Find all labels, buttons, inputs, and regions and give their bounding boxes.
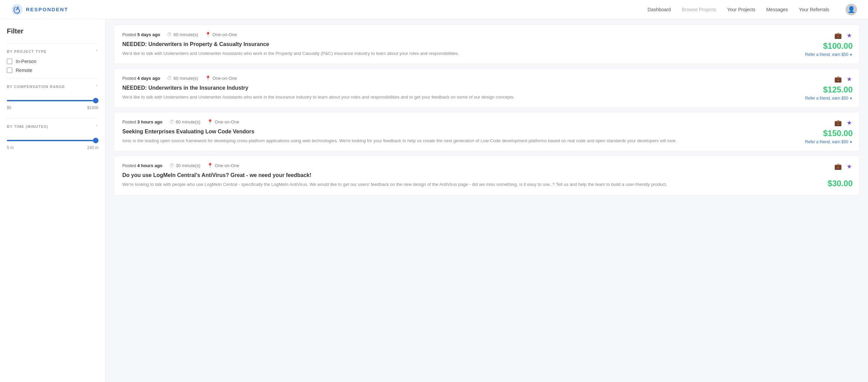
filter-compensation-header: BY COMPENSATION RANGE ⌃ bbox=[7, 84, 98, 89]
card-price: $30.00 bbox=[828, 179, 853, 188]
briefcase-button[interactable]: 💼 bbox=[834, 75, 842, 84]
card-actions: 💼 ★ bbox=[834, 118, 853, 127]
time-min: 5 m bbox=[7, 145, 14, 150]
project-card: Posted 3 hours ago ⏱ 60 minute(s) 📍 One-… bbox=[114, 112, 860, 151]
project-card: Posted 4 days ago ⏱ 60 minute(s) 📍 One-o… bbox=[114, 68, 860, 108]
location-text: One-on-One bbox=[213, 32, 237, 37]
card-price-block: $125.00 Refer a friend, earn $50 ▼ bbox=[805, 85, 853, 101]
duration-text: 60 minute(s) bbox=[173, 76, 198, 81]
card-title: NEEDED: Underwriters in the Insurance In… bbox=[122, 85, 851, 91]
compensation-range-wrapper: $5 $1000 bbox=[7, 94, 98, 113]
location-item: 📍 One-on-One bbox=[205, 32, 237, 37]
nav-dashboard[interactable]: Dashboard bbox=[648, 7, 671, 12]
star-button[interactable]: ★ bbox=[846, 118, 853, 127]
nav-messages[interactable]: Messages bbox=[766, 7, 788, 12]
duration-item: ⏱ 60 minute(s) bbox=[167, 32, 198, 37]
nav-links: Dashboard Browse Projects Your Projects … bbox=[648, 4, 857, 15]
card-description: We'd like to talk with Underwriters and … bbox=[122, 50, 851, 57]
duration-item: ⏱ 60 minute(s) bbox=[169, 119, 200, 124]
sidebar-title: Filter bbox=[7, 27, 98, 35]
layout: Filter BY PROJECT TYPE ⌃ In-Person Remot… bbox=[0, 19, 868, 382]
card-description: We're looking to talk with people who us… bbox=[122, 181, 851, 188]
sidebar: Filter BY PROJECT TYPE ⌃ In-Person Remot… bbox=[0, 19, 106, 382]
card-meta: Posted 3 hours ago ⏱ 60 minute(s) 📍 One-… bbox=[122, 119, 851, 124]
refer-link[interactable]: Refer a friend, earn $50 ▼ bbox=[805, 139, 853, 144]
card-price-block: $100.00 Refer a friend, earn $50 ▼ bbox=[805, 41, 853, 57]
time-range-labels: 5 m 240 m bbox=[7, 145, 98, 150]
briefcase-button[interactable]: 💼 bbox=[834, 118, 842, 127]
time-range-slider[interactable] bbox=[7, 140, 98, 141]
duration-text: 30 minute(s) bbox=[176, 163, 200, 168]
project-card: Posted 5 days ago ⏱ 60 minute(s) 📍 One-o… bbox=[114, 25, 860, 64]
card-price-block: $150.00 Refer a friend, earn $50 ▼ bbox=[805, 129, 853, 144]
card-actions: 💼 ★ bbox=[834, 75, 853, 84]
chevron-up-icon[interactable]: ⌃ bbox=[95, 49, 98, 54]
dropdown-arrow-icon: ▼ bbox=[849, 97, 853, 100]
logo-text: RESPONDENT bbox=[26, 6, 68, 12]
checkbox-in-person-input[interactable] bbox=[7, 59, 12, 64]
location-item: 📍 One-on-One bbox=[207, 119, 239, 124]
posted-date: Posted 4 days ago bbox=[122, 76, 160, 81]
card-price: $150.00 bbox=[805, 129, 853, 138]
nav-your-referrals[interactable]: Your Referrals bbox=[799, 7, 829, 12]
duration-text: 60 minute(s) bbox=[176, 119, 200, 124]
time-range-wrapper: 5 m 240 m bbox=[7, 134, 98, 153]
chevron-up-icon-3[interactable]: ⌃ bbox=[95, 124, 98, 129]
location-item: 📍 One-on-One bbox=[205, 75, 237, 81]
refer-link[interactable]: Refer a friend, earn $50 ▼ bbox=[805, 52, 853, 57]
card-meta: Posted 4 days ago ⏱ 60 minute(s) 📍 One-o… bbox=[122, 75, 851, 81]
avatar[interactable]: 👤 bbox=[846, 4, 857, 15]
refer-text: Refer a friend, earn $50 bbox=[805, 52, 848, 57]
card-title: NEEDED: Underwriters in Property & Casua… bbox=[122, 41, 851, 47]
card-price: $100.00 bbox=[805, 41, 853, 51]
compensation-range-slider[interactable] bbox=[7, 100, 98, 101]
filter-project-type-label: BY PROJECT TYPE bbox=[7, 49, 47, 54]
card-meta: Posted 5 days ago ⏱ 60 minute(s) 📍 One-o… bbox=[122, 32, 851, 37]
briefcase-button[interactable]: 💼 bbox=[834, 31, 842, 40]
card-actions: 💼 ★ bbox=[834, 162, 853, 171]
chevron-up-icon-2[interactable]: ⌃ bbox=[95, 84, 98, 89]
refer-text: Refer a friend, earn $50 bbox=[805, 139, 848, 144]
star-button[interactable]: ★ bbox=[846, 162, 853, 171]
briefcase-button[interactable]: 💼 bbox=[834, 162, 842, 171]
navbar: RESPONDENT Dashboard Browse Projects You… bbox=[0, 0, 868, 19]
location-icon: 📍 bbox=[207, 163, 213, 168]
checkbox-remote[interactable]: Remote bbox=[7, 68, 98, 73]
card-description: Ionic is the leading open source framewo… bbox=[122, 137, 851, 144]
filter-compensation-label: BY COMPENSATION RANGE bbox=[7, 85, 65, 89]
card-price: $125.00 bbox=[805, 85, 853, 94]
compensation-max: $1000 bbox=[87, 105, 98, 110]
location-text: One-on-One bbox=[213, 76, 237, 81]
nav-your-projects[interactable]: Your Projects bbox=[727, 7, 755, 12]
star-button[interactable]: ★ bbox=[846, 31, 853, 40]
filter-compensation: BY COMPENSATION RANGE ⌃ $5 $1000 bbox=[7, 78, 98, 118]
location-icon: 📍 bbox=[207, 119, 213, 124]
posted-date: Posted 3 hours ago bbox=[122, 119, 162, 124]
svg-point-1 bbox=[16, 6, 19, 9]
card-title: Seeking Enterprises Evaluating Low Code … bbox=[122, 129, 851, 135]
duration-item: ⏱ 60 minute(s) bbox=[167, 75, 198, 81]
project-card: Posted 4 hours ago ⏱ 30 minute(s) 📍 One-… bbox=[114, 156, 860, 195]
duration-item: ⏱ 30 minute(s) bbox=[169, 163, 200, 168]
card-description: We'd like to talk with Underwriters and … bbox=[122, 94, 851, 101]
location-icon: 📍 bbox=[205, 32, 211, 37]
dropdown-arrow-icon: ▼ bbox=[849, 53, 853, 57]
project-type-options: In-Person Remote bbox=[7, 59, 98, 73]
clock-icon: ⏱ bbox=[167, 75, 172, 81]
nav-browse-projects[interactable]: Browse Projects bbox=[682, 7, 716, 12]
checkbox-remote-label: Remote bbox=[16, 68, 32, 73]
refer-link[interactable]: Refer a friend, earn $50 ▼ bbox=[805, 96, 853, 101]
location-item: 📍 One-on-One bbox=[207, 163, 239, 168]
clock-icon: ⏱ bbox=[167, 32, 172, 37]
filter-time-label: BY TIME (MINUTES) bbox=[7, 124, 48, 129]
star-button[interactable]: ★ bbox=[846, 75, 853, 84]
clock-icon: ⏱ bbox=[169, 119, 174, 124]
refer-text: Refer a friend, earn $50 bbox=[805, 96, 848, 101]
logo[interactable]: RESPONDENT bbox=[11, 3, 68, 16]
card-actions: 💼 ★ bbox=[834, 31, 853, 40]
checkbox-in-person[interactable]: In-Person bbox=[7, 59, 98, 64]
filter-project-type: BY PROJECT TYPE ⌃ In-Person Remote bbox=[7, 43, 98, 78]
location-icon: 📍 bbox=[205, 75, 211, 81]
card-title: Do you use LogMeIn Central's AntiVirus? … bbox=[122, 172, 851, 178]
checkbox-remote-input[interactable] bbox=[7, 68, 12, 73]
